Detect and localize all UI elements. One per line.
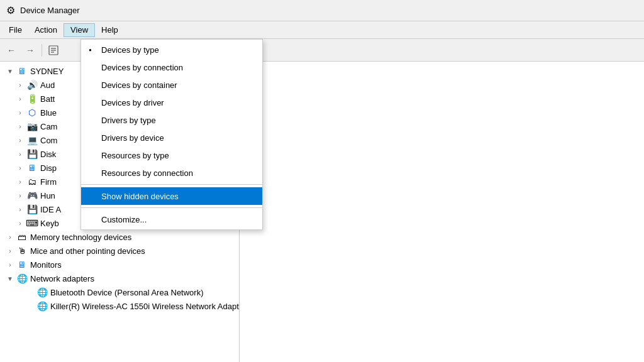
firmware-icon: 🗂 <box>26 176 38 187</box>
battery-expander[interactable]: › <box>15 94 25 104</box>
menu-drivers-by-device[interactable]: Drivers by device <box>81 129 262 146</box>
menu-customize[interactable]: Customize... <box>81 211 262 228</box>
menu-view[interactable]: View <box>64 23 95 37</box>
root-icon: 🖥 <box>16 65 28 77</box>
menu-devices-by-type[interactable]: Devices by type <box>81 41 262 58</box>
menu-help[interactable]: Help <box>95 23 125 37</box>
memory-icon: 🗃 <box>16 231 28 243</box>
disk-expander[interactable]: › <box>15 149 25 159</box>
menu-file[interactable]: File <box>3 23 28 37</box>
app-icon: ⚙ <box>5 5 16 16</box>
tree-item-memory[interactable]: › 🗃 Memory technology devices <box>0 230 239 244</box>
audio-expander[interactable]: › <box>15 80 25 90</box>
battery-label: Batt <box>40 94 55 104</box>
display-label: Disp <box>40 163 57 173</box>
display-icon: 🖥 <box>26 162 38 173</box>
camera-expander[interactable]: › <box>15 121 25 131</box>
properties-button[interactable] <box>45 42 62 58</box>
firmware-label: Firm <box>40 177 57 187</box>
monitors-icon: 🖥 <box>16 259 28 270</box>
separator-2 <box>81 207 262 208</box>
mice-expander[interactable]: › <box>5 246 15 256</box>
disk-label: Disk <box>40 150 56 159</box>
toolbar-separator <box>42 44 42 57</box>
bluetooth-device-icon: 🌐 <box>36 287 48 298</box>
network-expander[interactable]: ▼ <box>5 273 15 283</box>
memory-expander[interactable]: › <box>5 232 15 242</box>
mice-icon: 🖱 <box>16 245 28 256</box>
tree-item-network[interactable]: ▼ 🌐 Network adapters <box>0 272 239 285</box>
firmware-expander[interactable]: › <box>15 177 25 187</box>
killer-icon: 🌐 <box>36 300 48 312</box>
root-label: SYDNEY <box>30 67 64 76</box>
hid-expander[interactable]: › <box>15 190 25 200</box>
menu-show-hidden-devices[interactable]: Show hidden devices <box>81 187 262 205</box>
tree-item-mice[interactable]: › 🖱 Mice and other pointing devices <box>0 244 239 258</box>
ide-icon: 💾 <box>26 204 38 215</box>
keyboard-icon: ⌨ <box>26 217 38 229</box>
network-label: Network adapters <box>30 274 94 283</box>
killer-label: Killer(R) Wireless-AC 1550i Wireless Net… <box>50 302 239 311</box>
bluetooth-icon: ⬡ <box>26 107 38 118</box>
camera-label: Cam <box>40 122 57 131</box>
menu-devices-by-connection[interactable]: Devices by connection <box>81 58 262 76</box>
computer-icon: 💻 <box>26 134 38 146</box>
root-expander[interactable]: ▼ <box>5 66 15 76</box>
separator-1 <box>81 184 262 185</box>
bluetooth-device-expander <box>25 287 35 297</box>
computer-label: Com <box>40 136 57 145</box>
mice-label: Mice and other pointing devices <box>30 246 145 256</box>
menu-devices-by-container[interactable]: Devices by container <box>81 76 262 94</box>
hid-icon: 🎮 <box>26 190 38 201</box>
back-button[interactable]: ← <box>3 42 20 58</box>
menu-drivers-by-type[interactable]: Drivers by type <box>81 111 262 129</box>
app-title: Device Manager <box>20 6 80 15</box>
forward-button[interactable]: → <box>21 42 39 58</box>
display-expander[interactable]: › <box>15 163 25 173</box>
hid-label: Hun <box>40 191 55 200</box>
ide-label: IDE A <box>40 205 61 214</box>
network-icon: 🌐 <box>16 273 28 284</box>
bluetooth-device-label: Bluetooth Device (Personal Area Network) <box>50 288 204 297</box>
battery-icon: 🔋 <box>26 93 38 104</box>
title-bar: ⚙ Device Manager <box>0 0 644 21</box>
audio-icon: 🔊 <box>26 79 38 90</box>
view-dropdown-menu: Devices by type Devices by connection De… <box>80 39 263 230</box>
audio-label: Aud <box>40 80 55 90</box>
tree-item-killer-wireless[interactable]: 🌐 Killer(R) Wireless-AC 1550i Wireless N… <box>0 299 239 313</box>
menu-bar: File Action View Help <box>0 21 644 39</box>
menu-resources-by-type[interactable]: Resources by type <box>81 146 262 164</box>
computer-expander[interactable]: › <box>15 135 25 145</box>
monitors-expander[interactable]: › <box>5 260 15 270</box>
keyboard-label: Keyb <box>40 219 59 228</box>
ide-expander[interactable]: › <box>15 204 25 214</box>
menu-action[interactable]: Action <box>28 23 64 37</box>
killer-expander <box>25 301 35 311</box>
tree-item-monitors[interactable]: › 🖥 Monitors <box>0 258 239 272</box>
memory-label: Memory technology devices <box>30 233 131 242</box>
monitors-label: Monitors <box>30 260 62 270</box>
menu-devices-by-driver[interactable]: Devices by driver <box>81 94 262 111</box>
bluetooth-expander[interactable]: › <box>15 107 25 118</box>
disk-icon: 💾 <box>26 148 38 160</box>
camera-icon: 📷 <box>26 121 38 132</box>
tree-item-bluetooth-device[interactable]: 🌐 Bluetooth Device (Personal Area Networ… <box>0 285 239 299</box>
menu-resources-by-connection[interactable]: Resources by connection <box>81 164 262 182</box>
right-panel <box>239 62 644 362</box>
keyboard-expander[interactable]: › <box>15 218 25 228</box>
bluetooth-label: Blue <box>40 108 57 118</box>
